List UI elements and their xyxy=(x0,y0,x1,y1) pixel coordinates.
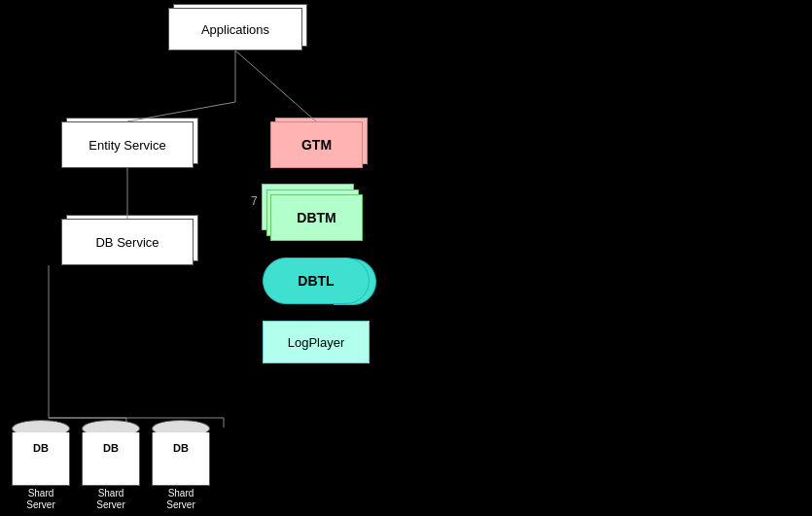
cylinder-body-1: DB xyxy=(12,432,70,486)
dbtl-label: DBTL xyxy=(298,273,334,289)
svg-line-1 xyxy=(127,102,235,121)
dbtm-badge: 7 xyxy=(251,194,258,208)
db-service-label: DB Service xyxy=(95,235,159,250)
cylinder-3: DB xyxy=(152,420,210,486)
dbtm-box: DBTM xyxy=(270,194,363,241)
entity-service-box: Entity Service xyxy=(61,121,194,168)
gtm-label: GTM xyxy=(301,137,332,153)
shard1-db-label: DB xyxy=(13,442,69,454)
entity-service-label: Entity Service xyxy=(88,138,165,153)
gtm-box: GTM xyxy=(270,121,363,168)
shard2-label: ShardServer xyxy=(96,488,124,511)
logplayer-label: LogPlayer xyxy=(288,335,345,350)
cylinder-1: DB xyxy=(12,420,70,486)
applications-box: Applications xyxy=(168,8,302,51)
shard2-db-label: DB xyxy=(83,442,139,454)
svg-line-2 xyxy=(235,51,316,121)
shard-servers-group: DB ShardServer DB ShardServer DB xyxy=(0,420,210,511)
cylinder-2: DB xyxy=(82,420,140,486)
logplayer-box: LogPlayer xyxy=(263,321,370,363)
diagram-container: Applications Entity Service DB Service G… xyxy=(0,0,812,516)
db-service-box: DB Service xyxy=(61,219,194,265)
shard-server-3: DB ShardServer xyxy=(152,420,210,511)
cylinder-body-2: DB xyxy=(82,432,140,486)
shard3-db-label: DB xyxy=(153,442,209,454)
dbtl-box: DBTL xyxy=(263,258,370,304)
applications-label: Applications xyxy=(201,22,269,37)
shard-server-1: DB ShardServer xyxy=(12,420,70,511)
dbtm-label-text: DBTM xyxy=(297,210,335,225)
shard-server-2: DB ShardServer xyxy=(82,420,140,511)
shard1-label: ShardServer xyxy=(26,488,54,511)
cylinder-body-3: DB xyxy=(152,432,210,486)
shard3-label: ShardServer xyxy=(166,488,194,511)
